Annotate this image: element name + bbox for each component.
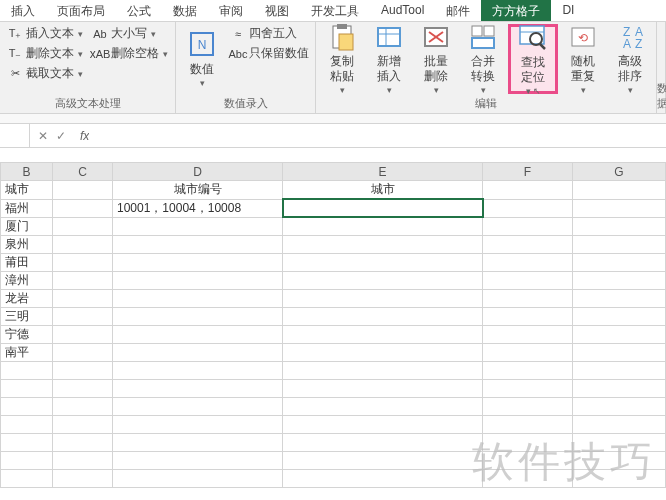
tab-page-layout[interactable]: 页面布局 — [46, 0, 116, 21]
copy-paste-button[interactable]: 复制粘贴▾ — [320, 24, 364, 94]
col-header[interactable]: F — [483, 163, 573, 181]
cell[interactable] — [573, 181, 666, 200]
remove-space-button[interactable]: xAB删除空格▾ — [89, 44, 171, 63]
tab-devtools[interactable]: 开发工具 — [300, 0, 370, 21]
tab-view[interactable]: 视图 — [254, 0, 300, 21]
cell[interactable] — [573, 307, 666, 325]
random-repeat-button[interactable]: ⟲ 随机重复▾ — [561, 24, 605, 94]
number-button[interactable]: N 数值▾ — [180, 24, 224, 94]
cell[interactable] — [283, 253, 483, 271]
cell[interactable] — [53, 325, 113, 343]
keep-value-button[interactable]: Abc只保留数值 — [227, 44, 312, 63]
cell[interactable] — [573, 271, 666, 289]
cell[interactable] — [483, 181, 573, 200]
cell[interactable] — [283, 289, 483, 307]
cell[interactable] — [113, 289, 283, 307]
cell[interactable]: 三明 — [1, 307, 53, 325]
cell[interactable] — [283, 361, 483, 379]
tab-audtool[interactable]: AudTool — [370, 0, 435, 21]
round-button[interactable]: ≈四舍五入 — [227, 24, 312, 43]
new-insert-button[interactable]: 新增插入▾ — [367, 24, 411, 94]
cell[interactable] — [53, 433, 113, 451]
cell[interactable] — [573, 343, 666, 361]
cell[interactable] — [113, 325, 283, 343]
cell[interactable] — [53, 451, 113, 469]
cell[interactable] — [1, 451, 53, 469]
col-header[interactable]: C — [53, 163, 113, 181]
cell[interactable] — [53, 217, 113, 235]
cell[interactable] — [53, 253, 113, 271]
cell[interactable] — [113, 451, 283, 469]
cell[interactable] — [283, 397, 483, 415]
cell[interactable] — [113, 343, 283, 361]
cell[interactable] — [53, 397, 113, 415]
tab-insert[interactable]: 插入 — [0, 0, 46, 21]
cell[interactable]: 宁德 — [1, 325, 53, 343]
cell[interactable] — [53, 199, 113, 217]
cell[interactable] — [113, 235, 283, 253]
cell[interactable]: 城市 — [283, 181, 483, 200]
cell[interactable] — [283, 307, 483, 325]
cell[interactable] — [1, 469, 53, 487]
cell[interactable] — [53, 289, 113, 307]
cell[interactable] — [483, 289, 573, 307]
cell[interactable] — [483, 271, 573, 289]
cell[interactable]: 福州 — [1, 199, 53, 217]
cell[interactable] — [573, 217, 666, 235]
cell[interactable] — [573, 289, 666, 307]
tab-review[interactable]: 审阅 — [208, 0, 254, 21]
cell[interactable]: 南平 — [1, 343, 53, 361]
cell[interactable] — [573, 199, 666, 217]
cell[interactable] — [283, 271, 483, 289]
cell[interactable] — [283, 343, 483, 361]
col-header[interactable]: B — [1, 163, 53, 181]
cell[interactable] — [483, 343, 573, 361]
case-button[interactable]: Ab大小写▾ — [89, 24, 171, 43]
cell[interactable] — [573, 361, 666, 379]
cell[interactable] — [53, 235, 113, 253]
col-header[interactable]: E — [283, 163, 483, 181]
cell[interactable] — [573, 379, 666, 397]
batch-delete-button[interactable]: 批量删除▾ — [414, 24, 458, 94]
cell[interactable] — [53, 343, 113, 361]
cell[interactable] — [1, 433, 53, 451]
cell[interactable] — [283, 433, 483, 451]
cell[interactable] — [113, 397, 283, 415]
cell[interactable] — [483, 307, 573, 325]
cell[interactable] — [53, 361, 113, 379]
tab-data[interactable]: 数据 — [162, 0, 208, 21]
cell[interactable] — [483, 217, 573, 235]
tab-fangfang[interactable]: 方方格子 — [481, 0, 551, 21]
find-locate-button[interactable]: 查找定位▾ ↖ — [508, 24, 558, 94]
cell[interactable] — [53, 415, 113, 433]
cell[interactable] — [113, 433, 283, 451]
cell[interactable] — [283, 235, 483, 253]
cell[interactable] — [113, 271, 283, 289]
cell[interactable] — [1, 415, 53, 433]
cell[interactable]: 城市编号 — [113, 181, 283, 200]
fx-icon[interactable]: fx — [80, 129, 89, 143]
delete-text-button[interactable]: T₋删除文本▾ — [4, 44, 86, 63]
extract-text-button[interactable]: ✂截取文本▾ — [4, 64, 86, 83]
confirm-icon[interactable]: ✓ — [56, 129, 66, 143]
cell[interactable] — [483, 253, 573, 271]
cell[interactable]: 泉州 — [1, 235, 53, 253]
cell[interactable] — [573, 253, 666, 271]
cell[interactable] — [1, 361, 53, 379]
cell[interactable] — [113, 361, 283, 379]
name-box[interactable] — [0, 124, 30, 147]
cell[interactable] — [113, 469, 283, 487]
cell[interactable] — [283, 217, 483, 235]
cell[interactable] — [283, 325, 483, 343]
tab-formulas[interactable]: 公式 — [116, 0, 162, 21]
cell[interactable]: 厦门 — [1, 217, 53, 235]
cell[interactable]: 漳州 — [1, 271, 53, 289]
cell[interactable] — [573, 415, 666, 433]
tab-mail[interactable]: 邮件 — [435, 0, 481, 21]
cell[interactable] — [483, 397, 573, 415]
cell[interactable] — [483, 379, 573, 397]
cell[interactable]: 城市 — [1, 181, 53, 200]
cell[interactable] — [283, 451, 483, 469]
cell[interactable] — [283, 415, 483, 433]
cell[interactable] — [483, 235, 573, 253]
